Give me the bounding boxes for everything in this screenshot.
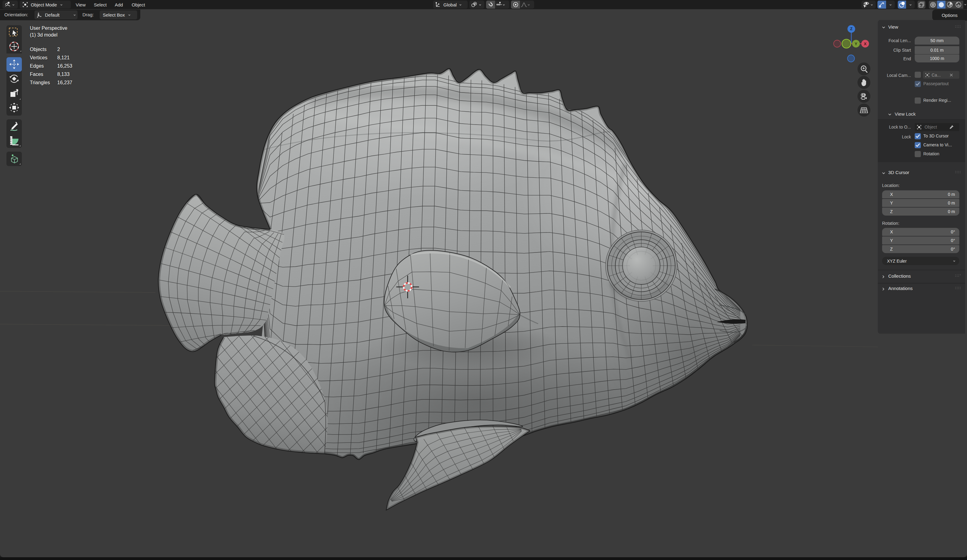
svg-text:Z: Z <box>850 26 853 31</box>
svg-text:Y: Y <box>855 41 858 46</box>
svg-text:X: X <box>864 41 867 46</box>
